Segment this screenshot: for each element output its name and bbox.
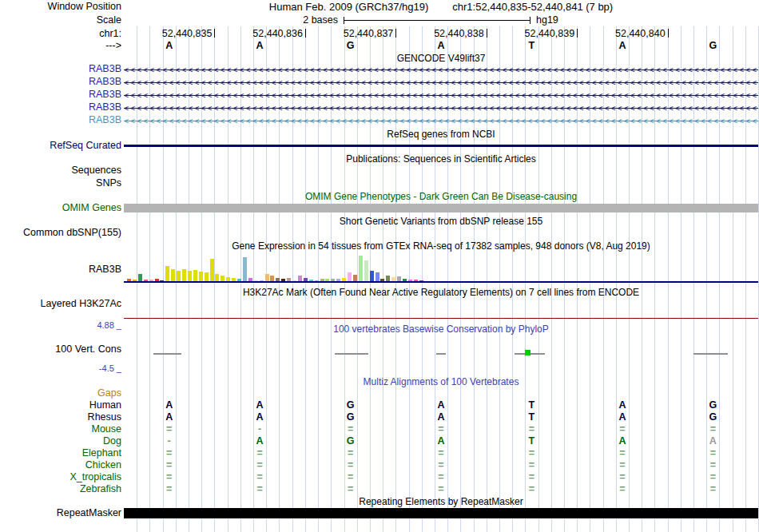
gencode-transcript[interactable]: <<<<<<<<<<<<<<<<<<<<<<<<<<<<<<<<<<<<<<<<… [124,91,758,100]
ruler-base: A [606,40,638,51]
alignment-base: A [606,435,638,447]
alignment-base: G [335,399,367,411]
track-title-multiz[interactable]: Multiz Alignments of 100 Vertebrates [124,376,758,387]
gtex-tissue-bar [210,259,214,281]
repeatmasker-bar[interactable] [124,508,758,518]
assembly-short-label: hg19 [536,14,558,26]
alignment-base: = [697,471,729,483]
multiz-species-label[interactable]: Rhesus [0,411,121,423]
gencode-transcript[interactable]: <<<<<<<<<<<<<<<<<<<<<<<<<<<<<<<<<<<<<<<<… [124,78,758,87]
alignment-base: = [425,483,457,495]
gtex-baseline [124,281,758,283]
ruler-base: T [515,40,547,51]
alignment-base: = [697,483,729,495]
gencode-transcript[interactable]: <<<<<<<<<<<<<<<<<<<<<<<<<<<<<<<<<<<<<<<<… [124,104,758,113]
alignment-base: G [335,411,367,423]
scale-value: 2 bases [124,14,338,26]
alignment-base: A [153,399,185,411]
track-title-gencode[interactable]: GENCODE V49lift37 [124,53,758,64]
alignment-base: = [606,447,638,459]
alignment-base: = [153,471,185,483]
gencode-transcript[interactable]: <<<<<<<<<<<<<<<<<<<<<<<<<<<<<<<<<<<<<<<<… [124,117,758,125]
multiz-species-label[interactable]: Dog [0,435,121,447]
ucsc-genome-browser: Window Position Human Feb. 2009 (GRCh37/… [0,0,759,532]
multiz-species-label[interactable]: Elephant [0,447,121,459]
track-title-publications[interactable]: Publications: Sequences in Scientific Ar… [124,153,758,165]
ruler-tick [395,29,396,38]
alignment-base: = [697,447,729,459]
gencode-item-label[interactable]: RAB3B [0,114,121,126]
gencode-item-label[interactable]: RAB3B [0,63,121,75]
common-dbsnp-label[interactable]: Common dbSNP(155) [0,227,121,239]
gtex-tissue-bar [205,272,209,281]
track-title-repeatmasker[interactable]: Repeating Elements by RepeatMasker [124,496,758,507]
alignment-base: = [153,483,185,495]
track-title-dbsnp[interactable]: Short Genetic Variants from dbSNP releas… [124,216,758,227]
alignment-base: - [153,435,185,447]
scale-label: Scale [0,14,121,26]
alignment-base: = [153,447,185,459]
alignment-base: A [606,411,638,423]
chrom-label: chr1: [0,28,121,40]
gencode-transcript[interactable]: <<<<<<<<<<<<<<<<<<<<<<<<<<<<<<<<<<<<<<<<… [124,66,758,74]
gtex-tissue-bar [370,271,374,281]
phylop-score-mark [335,353,368,355]
ruler-position-label: 52,440,840 [603,28,666,39]
publications-sequences-label[interactable]: Sequences [0,165,121,177]
alignment-base: = [335,423,367,435]
multiz-species-label[interactable]: Human [0,399,121,411]
alignment-base: A [606,399,638,411]
gtex-tissue-bar [177,271,181,281]
alignment-base: = [335,471,367,483]
gaps-label[interactable]: Gaps [0,387,121,399]
multiz-species-label[interactable]: Chicken [0,459,121,471]
strand-arrows-icon: <<<<<<<<<<<<<<<<<<<<<<<<<<<<<<<<<<<<<<<<… [124,66,758,74]
phylop-score-mark [153,353,181,355]
alignment-base: T [515,411,547,423]
alignment-base: = [425,447,457,459]
omim-genes-bar[interactable] [124,204,758,212]
alignment-base: = [153,459,185,471]
strand-arrows-icon: <<<<<<<<<<<<<<<<<<<<<<<<<<<<<<<<<<<<<<<<… [124,117,758,125]
alignment-base: = [425,471,457,483]
gencode-item-label[interactable]: RAB3B [0,101,121,113]
gtex-tissue-bar [199,272,203,281]
phylop-min-label: -4.5 _ [0,363,121,375]
gtex-tissue-bar [270,276,274,281]
gencode-item-label[interactable]: RAB3B [0,76,121,88]
track-title-h3k27ac[interactable]: H3K27Ac Mark (Often Found Near Active Re… [124,287,758,298]
alignment-base: = [606,483,638,495]
track-title-phylop[interactable]: 100 vertebrates Basewise Conservation by… [124,324,758,335]
alignment-base: G [697,399,729,411]
track-title-gtex[interactable]: Gene Expression in 54 tissues from GTEx … [124,240,758,252]
gtex-gene-label[interactable]: RAB3B [0,264,121,276]
window-position-label: Window Position [0,1,121,13]
ruler-base: G [335,40,367,51]
scale-bar-line [344,20,530,21]
alignment-base: A [425,399,457,411]
position-header: Human Feb. 2009 (GRCh37/hg19) chr1:52,44… [124,1,758,13]
track-title-omim[interactable]: OMIM Gene Phenotypes - Dark Green Can Be… [124,191,758,202]
gtex-tissue-bar [171,269,175,281]
gencode-item-label[interactable]: RAB3B [0,89,121,101]
refseq-track-line[interactable] [124,145,758,147]
layered-h3k27ac-label[interactable]: Layered H3K27Ac [0,298,121,310]
phylop-track-label[interactable]: 100 Vert. Cons [0,343,121,355]
track-title-refseq[interactable]: RefSeq genes from NCBI [124,129,758,140]
gtex-chart[interactable] [124,254,758,281]
refseq-curated-label[interactable]: RefSeq Curated [0,140,121,152]
publications-snps-label[interactable]: SNPs [0,177,121,189]
alignment-base: = [335,459,367,471]
scale-bar [344,17,531,24]
alignment-base: A [697,435,729,447]
alignment-base: = [515,459,547,471]
alignment-base: = [153,423,185,435]
multiz-species-label[interactable]: Zebrafish [0,483,121,495]
repeatmasker-label[interactable]: RepeatMasker [0,507,121,519]
multiz-species-label[interactable]: X_tropicalis [0,471,121,483]
omim-genes-label[interactable]: OMIM Genes [0,202,121,214]
ruler-tick [668,29,669,38]
multiz-species-label[interactable]: Mouse [0,423,121,435]
alignment-base: A [153,411,185,423]
gtex-tissue-bar [193,270,197,281]
